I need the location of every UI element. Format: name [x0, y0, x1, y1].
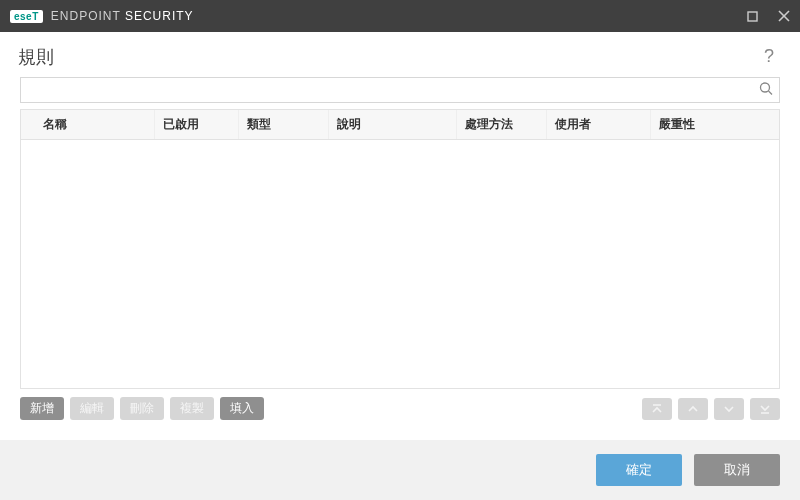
rules-table: 名稱 已啟用 類型 說明 處理方法 使用者 嚴重性 [20, 109, 780, 389]
svg-line-4 [769, 91, 773, 95]
search-input[interactable] [20, 77, 780, 103]
product-name: ENDPOINT SECURITY [51, 9, 194, 23]
table-empty-area [21, 140, 779, 388]
populate-button[interactable]: 填入 [220, 397, 264, 420]
move-bottom-button [750, 398, 780, 420]
col-action[interactable]: 處理方法 [457, 110, 547, 139]
move-down-button [714, 398, 744, 420]
copy-button: 複製 [170, 397, 214, 420]
footer: 確定 取消 [0, 440, 800, 500]
edit-button: 編輯 [70, 397, 114, 420]
ok-button[interactable]: 確定 [596, 454, 682, 486]
svg-rect-0 [748, 12, 757, 21]
action-row: 新增 編輯 刪除 複製 填入 [20, 397, 780, 420]
col-user[interactable]: 使用者 [547, 110, 651, 139]
cancel-button[interactable]: 取消 [694, 454, 780, 486]
col-enabled[interactable]: 已啟用 [155, 110, 239, 139]
svg-point-3 [761, 83, 770, 92]
search-bar [20, 77, 780, 103]
col-type[interactable]: 類型 [239, 110, 329, 139]
delete-button: 刪除 [120, 397, 164, 420]
title-bar: eseT ENDPOINT SECURITY [0, 0, 800, 32]
col-name[interactable]: 名稱 [21, 110, 155, 139]
header: 規則 ? [0, 32, 800, 77]
page-title: 規則 [18, 45, 54, 69]
table-body[interactable] [21, 140, 779, 388]
search-icon[interactable] [756, 79, 776, 102]
col-severity[interactable]: 嚴重性 [651, 110, 779, 139]
close-button[interactable] [768, 0, 800, 32]
move-top-button [642, 398, 672, 420]
help-icon[interactable]: ? [758, 42, 780, 71]
maximize-button[interactable] [736, 0, 768, 32]
move-up-button [678, 398, 708, 420]
logo-badge: eseT [10, 10, 43, 23]
table-header: 名稱 已啟用 類型 說明 處理方法 使用者 嚴重性 [21, 109, 779, 140]
add-button[interactable]: 新增 [20, 397, 64, 420]
col-description[interactable]: 說明 [329, 110, 457, 139]
